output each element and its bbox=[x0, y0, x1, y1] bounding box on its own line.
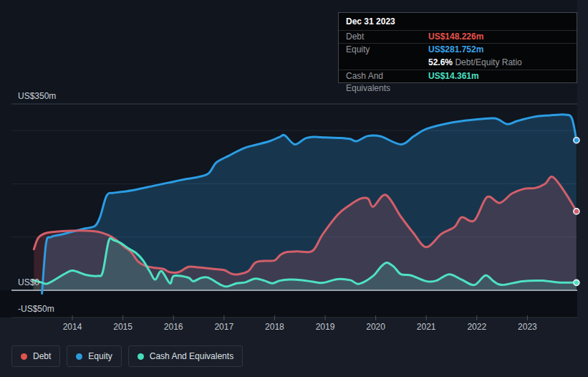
tooltip-equity-value: US$281.752m bbox=[428, 44, 483, 56]
tooltip-cash-label: Cash And Equivalents bbox=[346, 70, 428, 82]
tooltip-date: Dec 31 2023 bbox=[339, 13, 577, 31]
end-dot-cash-and-equivalents bbox=[574, 280, 579, 285]
tooltip: Dec 31 2023 Debt US$148.226m Equity US$2… bbox=[338, 12, 577, 83]
tooltip-cash-value: US$14.361m bbox=[428, 70, 479, 82]
x-axis-label-2023: 2023 bbox=[504, 322, 550, 332]
tooltip-row-debt: Debt US$148.226m bbox=[339, 31, 577, 44]
x-axis-label-2016: 2016 bbox=[150, 322, 196, 332]
tooltip-row-equity: Equity US$281.752m bbox=[339, 44, 577, 56]
x-axis-label-2017: 2017 bbox=[201, 322, 247, 332]
y-axis-label-0: US$0 bbox=[18, 277, 39, 287]
x-axis-label-2020: 2020 bbox=[353, 322, 399, 332]
legend-dot-icon bbox=[76, 353, 82, 360]
legend-item-label: Debt bbox=[33, 351, 51, 361]
tooltip-row-cash: Cash And Equivalents US$14.361m bbox=[339, 70, 577, 82]
legend-dot-icon bbox=[138, 353, 144, 360]
legend-dot-icon bbox=[21, 353, 27, 360]
x-axis-label-2022: 2022 bbox=[454, 322, 500, 332]
tooltip-debt-value: US$148.226m bbox=[428, 31, 483, 43]
legend-item-label: Equity bbox=[88, 351, 112, 361]
y-axis-label-350: US$350m bbox=[18, 91, 56, 101]
legend-item-cash-and-equivalents[interactable]: Cash And Equivalents bbox=[128, 345, 243, 367]
tooltip-row-ratio: 52.6% Debt/Equity Ratio bbox=[339, 56, 577, 70]
x-axis-label-2019: 2019 bbox=[302, 322, 348, 332]
x-axis-label-2021: 2021 bbox=[403, 322, 449, 332]
chart-canvas[interactable]: US$350mUS$0-US$50m 201420152016201720182… bbox=[0, 0, 588, 377]
end-dot-equity bbox=[574, 138, 579, 143]
tooltip-debt-label: Debt bbox=[346, 31, 428, 43]
end-dot-debt bbox=[574, 209, 579, 214]
legend: DebtEquityCash And Equivalents bbox=[11, 345, 243, 367]
negative-band bbox=[0, 290, 577, 318]
tooltip-equity-label: Equity bbox=[346, 44, 428, 56]
tooltip-ratio-value: 52.6% Debt/Equity Ratio bbox=[428, 56, 522, 70]
x-axis-label-2018: 2018 bbox=[251, 322, 297, 332]
y-axis-label--50: -US$50m bbox=[18, 304, 54, 314]
legend-item-equity[interactable]: Equity bbox=[67, 345, 121, 367]
x-axis-label-2014: 2014 bbox=[49, 322, 95, 332]
x-axis-label-2015: 2015 bbox=[100, 322, 146, 332]
legend-item-debt[interactable]: Debt bbox=[11, 345, 60, 367]
legend-item-label: Cash And Equivalents bbox=[150, 351, 233, 361]
